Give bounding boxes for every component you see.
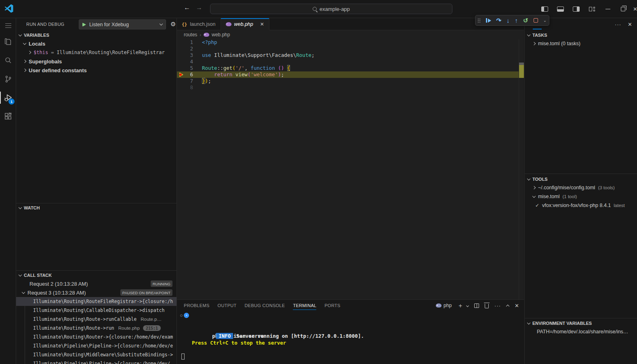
bottom-panel: PROBLEMS OUTPUT DEBUG CONSOLE TERMINAL P…	[177, 299, 524, 364]
stack-frame-row[interactable]: Illuminate\Routing\Middleware\Substitute…	[16, 350, 177, 359]
code-line[interactable]: 5Route::get('/', function () {	[177, 65, 524, 71]
locals-scope-row[interactable]: Locals	[16, 39, 177, 48]
maximize-panel-icon[interactable]	[506, 305, 509, 308]
drag-grip-icon[interactable]	[478, 18, 481, 23]
continue-icon[interactable]	[486, 18, 491, 23]
tab-ports[interactable]: PORTS	[324, 300, 340, 311]
call-stack-section-header[interactable]: CALL STACK	[16, 271, 177, 279]
stack-frame-row[interactable]: Illuminate\Pipeline\Pipeline->{closure:/…	[16, 341, 177, 350]
back-button[interactable]: ←	[184, 4, 190, 11]
stop-icon[interactable]	[534, 18, 538, 23]
constants-scope-row[interactable]: User defined constants	[16, 66, 177, 75]
session-status-badge: PAUSED ON BREAKPOINT	[120, 289, 172, 296]
env-path-row[interactable]: PATH=/home/dev/.local/share/mise/ins…	[525, 327, 637, 336]
stack-frame-row[interactable]: Illuminate\Routing\Router->{closure:/hom…	[16, 333, 177, 341]
forward-button[interactable]: →	[196, 4, 202, 11]
tab-output[interactable]: OUTPUT	[218, 300, 237, 311]
toggle-secondary-sidebar-icon[interactable]	[573, 6, 580, 12]
toggle-panel-icon[interactable]	[557, 6, 564, 12]
tasks-section-header[interactable]: TASKS	[525, 31, 637, 39]
breadcrumb[interactable]: routes › web.php	[177, 30, 524, 39]
files-icon	[4, 38, 13, 46]
new-terminal-icon[interactable]: ＋	[457, 302, 463, 310]
close-window-button[interactable]: ✕	[633, 6, 637, 12]
code-line[interactable]: 7});	[177, 78, 524, 84]
this-variable-row[interactable]: $this = Illuminate\Routing\RouteFileRegi…	[16, 48, 177, 57]
close-tab-icon[interactable]: ✕	[260, 21, 264, 27]
tools-section-header[interactable]: TOOLS	[525, 175, 637, 183]
sidebar-more-actions-icon[interactable]: ···	[615, 21, 621, 27]
tab-terminal[interactable]: TERMINAL	[293, 300, 316, 311]
breakpoint-paused-icon[interactable]	[179, 72, 183, 77]
breadcrumb-file[interactable]: web.php	[212, 32, 230, 38]
variables-section-header[interactable]: VARIABLES	[16, 31, 177, 39]
search-view-button[interactable]	[0, 51, 16, 70]
tab-debug-console[interactable]: DEBUG CONSOLE	[245, 300, 285, 311]
tools-item-count: (3 tools)	[598, 185, 615, 190]
tool-latest-label: latest	[614, 203, 625, 208]
source-control-view-button[interactable]	[0, 70, 16, 88]
stack-frame-row[interactable]: Illuminate\Routing\CallableDispatcher->d…	[16, 306, 177, 315]
run-debug-view-button[interactable]: 1	[0, 88, 16, 107]
debug-config-dropdown[interactable]: Listen for Xdebug	[79, 19, 166, 29]
superglobals-label: Superglobals	[29, 59, 62, 65]
code-area[interactable]: 1<?php 2 3use Illuminate\Support\Facades…	[177, 39, 524, 91]
code-line[interactable]: 2	[177, 46, 524, 52]
code-line[interactable]: 8	[177, 84, 524, 91]
restart-icon[interactable]: ↺	[523, 17, 528, 24]
code-line[interactable]: 3use Illuminate\Support\Facades\Route;	[177, 52, 524, 59]
watch-section-header[interactable]: WATCH	[16, 204, 177, 212]
stack-frame-row[interactable]: Illuminate\Routing\Route->runCallableRou…	[16, 315, 177, 324]
step-into-icon[interactable]: ↓	[507, 17, 510, 23]
tools-config-row[interactable]: ~/.config/mise/config.toml (3 tools)	[525, 183, 637, 192]
terminal-profile-chevron-icon[interactable]	[466, 304, 469, 307]
stack-frame-row[interactable]: Illuminate\Routing\Route->runRoute.php21…	[16, 324, 177, 333]
step-over-icon[interactable]: ↷	[496, 17, 502, 23]
toggle-primary-sidebar-icon[interactable]	[541, 6, 548, 12]
close-sidebar-icon[interactable]: ✕	[628, 21, 632, 27]
code-line[interactable]: 4	[177, 59, 524, 65]
tools-vfox-row[interactable]: ✓ vfox:version-fox/vfox-php 8.4.1 latest	[525, 201, 637, 210]
tasks-item-row[interactable]: mise.toml (0 tasks)	[525, 39, 637, 48]
call-stack-header-label: CALL STACK	[24, 273, 52, 278]
start-debug-icon[interactable]	[82, 23, 86, 27]
chevron-down-icon	[532, 194, 536, 197]
terminal-instance-label[interactable]: php	[436, 303, 452, 308]
chevron-down-icon	[527, 33, 530, 36]
terminal-output[interactable]: › php artisan serve INFO Server running …	[177, 312, 524, 364]
customize-layout-icon[interactable]	[589, 6, 596, 12]
env-section-header[interactable]: ENVIRONMENT VARIABLES	[525, 319, 637, 327]
kill-terminal-icon[interactable]	[485, 304, 489, 308]
breadcrumb-folder[interactable]: routes	[184, 32, 197, 38]
code-line-current[interactable]: 6 return view('welcome');	[177, 71, 524, 78]
breadcrumb-separator: ›	[200, 32, 201, 37]
code-line[interactable]: 1<?php	[177, 39, 524, 46]
close-panel-icon[interactable]: ✕	[515, 303, 519, 309]
tab-problems[interactable]: PROBLEMS	[184, 300, 210, 311]
explorer-view-button[interactable]	[0, 33, 16, 51]
step-out-icon[interactable]: ↑	[515, 17, 518, 23]
menu-button[interactable]	[0, 18, 16, 33]
debug-settings-gear-icon[interactable]: ⚙	[170, 21, 176, 28]
debug-session-row[interactable]: Request 3 (10:13:28 AM) PAUSED ON BREAKP…	[16, 288, 177, 297]
restore-button[interactable]	[621, 7, 625, 11]
minimize-button[interactable]	[605, 9, 610, 10]
source-control-icon	[4, 75, 13, 84]
tab-web-php[interactable]: web.php ✕	[221, 18, 269, 30]
stack-frame-row[interactable]: Illuminate\Routing\RouteFileRegistrar->{…	[16, 297, 177, 306]
debug-config-label: Listen for Xdebug	[89, 22, 157, 27]
panel-more-actions-icon[interactable]: ···	[494, 303, 501, 309]
command-center-search[interactable]: example-app	[210, 4, 452, 14]
tools-misetoml-row[interactable]: mise.toml (1 tool)	[525, 192, 637, 201]
chevron-down-icon	[19, 33, 22, 36]
extensions-view-button[interactable]	[0, 107, 16, 126]
split-terminal-icon[interactable]	[474, 303, 479, 308]
tab-launch-json[interactable]: {} launch.json	[177, 18, 221, 30]
variables-header-label: VARIABLES	[24, 33, 49, 38]
superglobals-scope-row[interactable]: Superglobals	[16, 57, 177, 66]
debug-session-row[interactable]: Request 2 (10:13:28 AM) RUNNING	[16, 279, 177, 288]
chevron-down-icon[interactable]: ⌄	[543, 18, 547, 23]
stack-frame-row[interactable]: Illuminate\Pipeline\Pipeline->{closure:/…	[16, 359, 177, 364]
command-success-decoration-icon[interactable]: ›	[184, 313, 189, 318]
hamburger-icon	[5, 23, 11, 28]
